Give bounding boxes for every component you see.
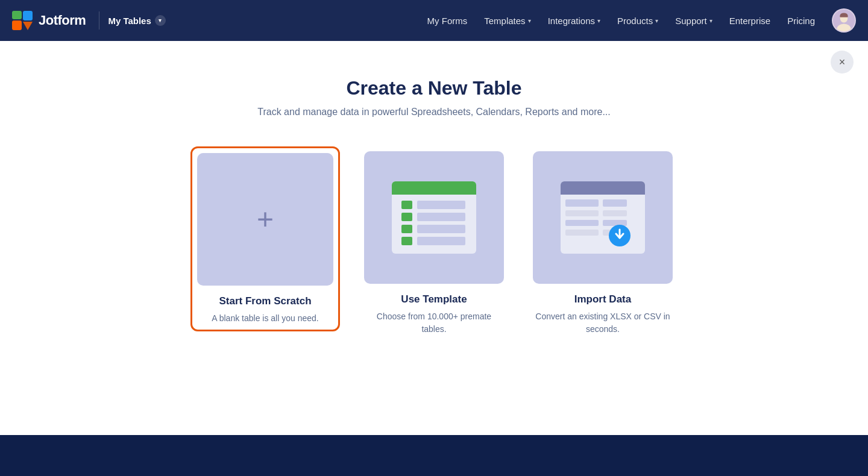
nav-myforms-label: My Forms bbox=[427, 16, 468, 26]
svg-rect-14 bbox=[401, 225, 412, 233]
navbar: Jotform My Tables ▾ My Forms Templates ▾… bbox=[0, 0, 868, 41]
nav-enterprise-label: Enterprise bbox=[729, 16, 770, 26]
card-import-title: Import Data bbox=[533, 293, 673, 305]
svg-rect-25 bbox=[565, 220, 599, 226]
template-illustration-svg bbox=[386, 175, 482, 260]
nav-templates-label: Templates bbox=[484, 16, 525, 26]
svg-rect-27 bbox=[565, 230, 599, 236]
nav-links: My Forms Templates ▾ Integrations ▾ Prod… bbox=[420, 8, 856, 33]
import-illustration-svg bbox=[555, 175, 651, 260]
main-content: × Create a New Table Track and manage da… bbox=[0, 41, 868, 435]
nav-products-label: Products bbox=[617, 16, 653, 26]
svg-rect-9 bbox=[392, 191, 476, 195]
page-title: Create a New Table bbox=[346, 77, 521, 99]
user-avatar[interactable] bbox=[832, 8, 856, 33]
svg-rect-23 bbox=[565, 210, 599, 216]
templates-arrow-icon: ▾ bbox=[528, 17, 531, 24]
nav-divider bbox=[99, 11, 99, 30]
nav-support-label: Support bbox=[675, 16, 707, 26]
svg-rect-16 bbox=[401, 237, 412, 245]
svg-rect-13 bbox=[417, 213, 465, 221]
chevron-down-icon: ▾ bbox=[155, 15, 166, 26]
svg-rect-10 bbox=[401, 201, 412, 209]
nav-pricing-label: Pricing bbox=[787, 16, 815, 26]
svg-rect-17 bbox=[417, 237, 465, 245]
card-scratch-image: + bbox=[197, 153, 333, 286]
svg-rect-1 bbox=[12, 11, 22, 19]
card-template[interactable]: Use Template Choose from 10.000+ premate… bbox=[359, 146, 509, 340]
card-template-image bbox=[364, 151, 504, 284]
avatar-image bbox=[833, 9, 855, 32]
card-scratch[interactable]: + Start From Scratch A blank table is al… bbox=[190, 146, 340, 331]
products-arrow-icon: ▾ bbox=[655, 17, 658, 24]
card-import-desc: Convert an existing XLSX or CSV in secon… bbox=[533, 310, 673, 336]
card-import[interactable]: Import Data Convert an existing XLSX or … bbox=[528, 146, 678, 340]
cards-container: + Start From Scratch A blank table is al… bbox=[190, 146, 678, 340]
svg-rect-20 bbox=[561, 191, 645, 195]
nav-templates[interactable]: Templates ▾ bbox=[477, 11, 538, 31]
svg-rect-26 bbox=[603, 220, 627, 226]
svg-rect-15 bbox=[417, 225, 465, 233]
nav-mytables[interactable]: My Tables ▾ bbox=[108, 15, 165, 26]
footer bbox=[0, 435, 868, 476]
card-scratch-desc: A blank table is all you need. bbox=[197, 312, 333, 325]
svg-rect-0 bbox=[12, 20, 22, 30]
nav-myforms[interactable]: My Forms bbox=[420, 11, 475, 31]
page-subtitle: Track and manage data in powerful Spread… bbox=[257, 107, 611, 117]
close-button[interactable]: × bbox=[831, 51, 854, 74]
card-template-desc: Choose from 10.000+ premate tables. bbox=[364, 310, 504, 336]
svg-rect-22 bbox=[603, 199, 627, 207]
logo-text: Jotform bbox=[39, 13, 86, 28]
svg-rect-21 bbox=[565, 199, 599, 207]
nav-support[interactable]: Support ▾ bbox=[668, 11, 720, 31]
nav-products[interactable]: Products ▾ bbox=[610, 11, 665, 31]
integrations-arrow-icon: ▾ bbox=[597, 17, 600, 24]
nav-integrations-label: Integrations bbox=[548, 16, 595, 26]
plus-icon: + bbox=[257, 205, 274, 234]
logo-link[interactable]: Jotform bbox=[12, 10, 86, 31]
nav-pricing[interactable]: Pricing bbox=[780, 11, 822, 31]
card-import-image bbox=[533, 151, 673, 284]
svg-rect-2 bbox=[23, 11, 33, 20]
svg-rect-12 bbox=[401, 213, 412, 221]
nav-enterprise[interactable]: Enterprise bbox=[722, 11, 778, 31]
svg-rect-11 bbox=[417, 201, 465, 209]
support-arrow-icon: ▾ bbox=[709, 17, 712, 24]
jotform-logo-icon bbox=[12, 10, 34, 31]
svg-marker-3 bbox=[23, 22, 33, 30]
card-template-title: Use Template bbox=[364, 293, 504, 305]
svg-rect-24 bbox=[603, 210, 627, 216]
nav-integrations[interactable]: Integrations ▾ bbox=[541, 11, 608, 31]
nav-mytables-label: My Tables bbox=[108, 16, 151, 26]
card-scratch-title: Start From Scratch bbox=[197, 295, 333, 307]
